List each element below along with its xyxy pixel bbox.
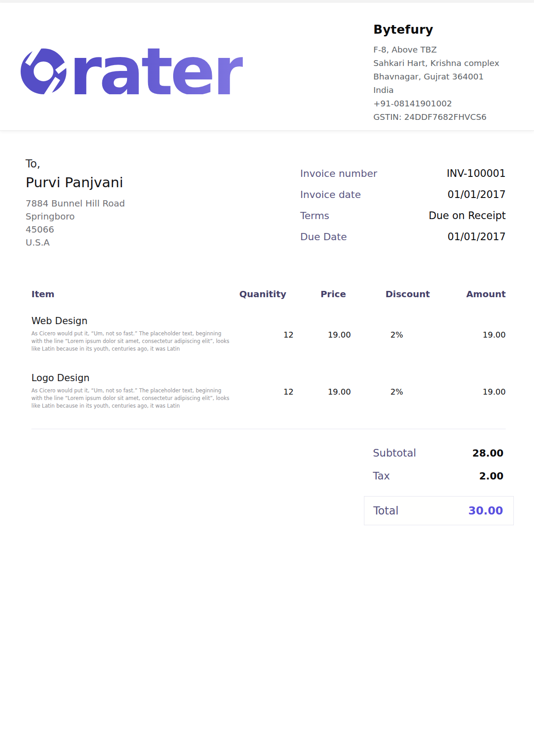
header-amount: Amount bbox=[433, 289, 506, 299]
customer-address-line: 45066 bbox=[26, 223, 125, 236]
header-quantity: Quanitity bbox=[223, 289, 286, 299]
item-amount: 19.00 bbox=[436, 316, 506, 339]
logo-text: rater bbox=[69, 48, 243, 94]
terms-label: Terms bbox=[300, 210, 329, 221]
totals-block: Subtotal 28.00 Tax 2.00 Total 30.00 bbox=[364, 447, 514, 525]
company-info: Bytefury F-8, Above TBZ Sahkari Hart, Kr… bbox=[373, 22, 506, 124]
items-table: Item Quanitity Price Discount Amount Web… bbox=[0, 289, 534, 429]
item-description: As Cicero would put it, “Um, not so fast… bbox=[31, 330, 233, 353]
items-table-header: Item Quanitity Price Discount Amount bbox=[31, 289, 506, 299]
header-price: Price bbox=[286, 289, 346, 299]
header-discount: Discount bbox=[346, 289, 433, 299]
subtotal-row: Subtotal 28.00 bbox=[364, 447, 514, 459]
total-value: 30.00 bbox=[468, 504, 503, 517]
terms-value: Due on Receipt bbox=[429, 210, 506, 221]
customer-address-line: Springboro bbox=[26, 210, 125, 223]
tax-row: Tax 2.00 bbox=[364, 470, 514, 482]
crater-c-mark-icon bbox=[21, 48, 66, 94]
invoice-date-row: Invoice date 01/01/2017 bbox=[300, 189, 506, 200]
company-address-line: India bbox=[373, 84, 506, 97]
item-discount: 2% bbox=[351, 316, 436, 339]
total-box: Total 30.00 bbox=[364, 496, 514, 525]
company-address-line: Bhavnagar, Gujrat 364001 bbox=[373, 70, 506, 84]
item-price: 19.00 bbox=[293, 316, 351, 339]
item-name: Logo Design bbox=[31, 373, 233, 383]
brand-logo: rater bbox=[21, 37, 243, 94]
customer-address-line: U.S.A bbox=[26, 236, 125, 249]
invoice-page: rater Bytefury F-8, Above TBZ Sahkari Ha… bbox=[0, 0, 534, 756]
due-date-row: Due Date 01/01/2017 bbox=[300, 231, 506, 242]
subtotal-value: 28.00 bbox=[472, 448, 503, 459]
customer-name: Purvi Panjvani bbox=[26, 174, 125, 190]
due-date-value: 01/01/2017 bbox=[447, 231, 506, 242]
invoice-meta: Invoice number INV-100001 Invoice date 0… bbox=[300, 167, 506, 252]
company-gstin: GSTIN: 24DDF7682FHVCS6 bbox=[373, 110, 506, 124]
item-price: 19.00 bbox=[293, 373, 351, 396]
invoice-number-value: INV-100001 bbox=[446, 167, 506, 179]
due-date-label: Due Date bbox=[300, 231, 347, 242]
invoice-date-label: Invoice date bbox=[300, 189, 361, 200]
company-address-line: Sahkari Hart, Krishna complex bbox=[373, 57, 506, 70]
invoice-date-value: 01/01/2017 bbox=[447, 189, 506, 200]
company-address-line: F-8, Above TBZ bbox=[373, 43, 506, 57]
totals-section: Subtotal 28.00 Tax 2.00 Total 30.00 bbox=[0, 447, 534, 525]
item-name: Web Design bbox=[31, 316, 233, 326]
header-band: rater Bytefury F-8, Above TBZ Sahkari Ha… bbox=[0, 3, 534, 131]
billing-and-meta-section: To, Purvi Panjvani 7884 Bunnel Hill Road… bbox=[0, 131, 534, 252]
invoice-number-row: Invoice number INV-100001 bbox=[300, 167, 506, 179]
item-quantity: 12 bbox=[233, 316, 293, 339]
customer-address-line: 7884 Bunnel Hill Road bbox=[26, 197, 125, 210]
items-divider bbox=[31, 429, 506, 429]
item-cell: Logo Design As Cicero would put it, “Um,… bbox=[31, 373, 233, 410]
bill-to-section: To, Purvi Panjvani 7884 Bunnel Hill Road… bbox=[26, 158, 125, 252]
terms-row: Terms Due on Receipt bbox=[300, 210, 506, 221]
item-cell: Web Design As Cicero would put it, “Um, … bbox=[31, 316, 233, 353]
tax-label: Tax bbox=[373, 470, 390, 482]
item-discount: 2% bbox=[351, 373, 436, 396]
bill-to-heading: To, bbox=[26, 158, 125, 170]
invoice-number-label: Invoice number bbox=[300, 168, 377, 179]
tax-value: 2.00 bbox=[479, 470, 503, 482]
subtotal-label: Subtotal bbox=[373, 447, 416, 459]
total-label: Total bbox=[373, 505, 398, 517]
item-amount: 19.00 bbox=[436, 373, 506, 396]
table-row: Logo Design As Cicero would put it, “Um,… bbox=[31, 373, 506, 410]
header-item: Item bbox=[31, 289, 223, 299]
table-row: Web Design As Cicero would put it, “Um, … bbox=[31, 316, 506, 353]
item-description: As Cicero would put it, “Um, not so fast… bbox=[31, 387, 233, 410]
company-phone: +91-08141901002 bbox=[373, 97, 506, 110]
company-name: Bytefury bbox=[373, 22, 506, 36]
item-quantity: 12 bbox=[233, 373, 293, 396]
